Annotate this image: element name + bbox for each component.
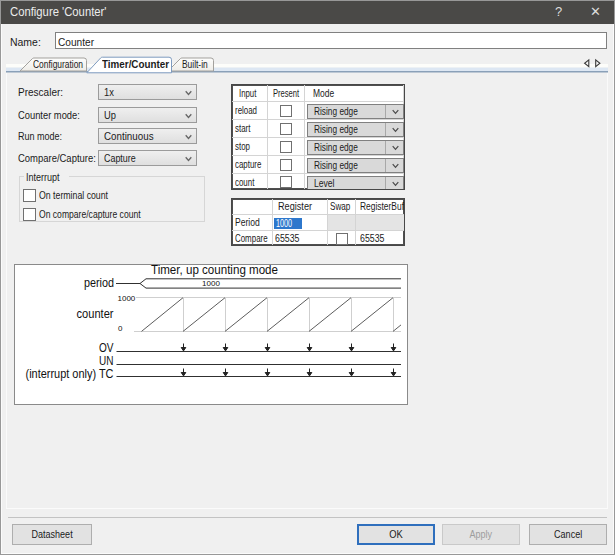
svg-text:1000: 1000: [118, 294, 136, 303]
svg-text:counter: counter: [77, 307, 114, 321]
svg-text:1000: 1000: [202, 279, 221, 288]
svg-text:period: period: [84, 276, 114, 290]
svg-text:Timer, up counting mode: Timer, up counting mode: [151, 264, 278, 277]
svg-text:(interrupt only) TC: (interrupt only) TC: [26, 367, 114, 381]
svg-text:UN: UN: [99, 354, 114, 368]
svg-text:0: 0: [118, 324, 123, 333]
